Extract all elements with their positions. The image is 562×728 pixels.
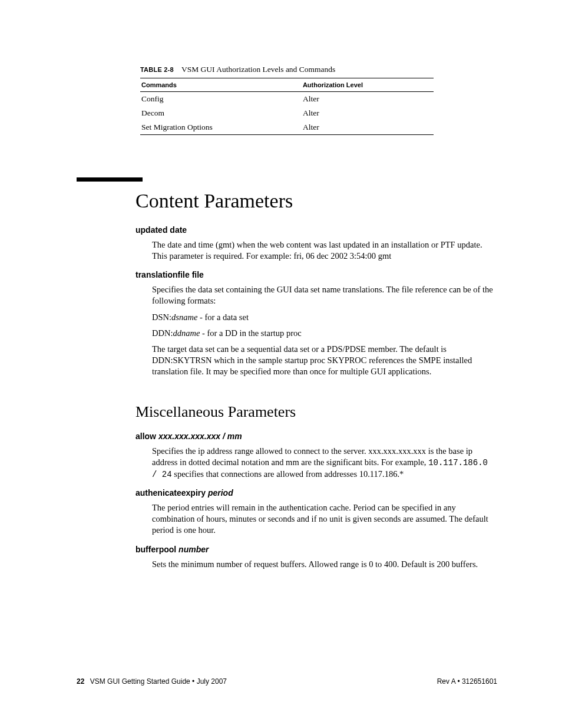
page: TABLE 2-8 VSM GUI Authorization Levels a… xyxy=(0,0,562,728)
para: Specifies the data set containing the GU… xyxy=(152,284,497,307)
para: Sets the minimum number of request buffe… xyxy=(152,559,497,570)
term-allow: allow xxx.xxx.xxx.xxx / mm xyxy=(135,431,497,441)
term-updated-date: updated date xyxy=(135,225,497,235)
cell: Alter xyxy=(302,106,434,120)
cell: Alter xyxy=(302,92,434,107)
table-row: Decom Alter xyxy=(140,106,434,120)
term-prefix: allow xyxy=(135,431,158,441)
para: The target data set can be a sequential … xyxy=(152,344,497,377)
t: - for a data set xyxy=(197,312,249,322)
cell: Alter xyxy=(302,120,434,135)
t: Specifies the ip address range allowed t… xyxy=(152,446,472,467)
t: specifies that connections are allowed f… xyxy=(172,469,404,479)
term-text: translationfile file xyxy=(135,270,204,279)
term-translationfile: translationfile file xyxy=(135,270,497,279)
t: DDN: xyxy=(152,328,173,338)
var: dsname xyxy=(171,312,197,322)
para: The date and time (gmt) when the web con… xyxy=(152,239,497,262)
para: Specifies the ip address range allowed t… xyxy=(152,446,497,480)
cell: Decom xyxy=(140,106,302,120)
para: The period entries will remain in the au… xyxy=(152,502,497,536)
heading-content-parameters: Content Parameters xyxy=(135,190,497,212)
auth-table: Commands Authorization Level Config Alte… xyxy=(140,78,434,135)
table-label: TABLE 2-8 xyxy=(140,66,174,73)
para: DDN:ddname - for a DD in the startup pro… xyxy=(152,328,497,339)
t: - for a DD in the startup proc xyxy=(200,328,301,338)
table-row: Set Migration Options Alter xyxy=(140,120,434,135)
term-prefix: bufferpool xyxy=(135,545,178,554)
term-var: number xyxy=(178,545,209,554)
term-bufferpool: bufferpool number xyxy=(135,545,497,554)
section-rule xyxy=(77,177,143,182)
th-commands: Commands xyxy=(140,78,302,92)
cell: Config xyxy=(140,92,302,107)
cell: Set Migration Options xyxy=(140,120,302,135)
heading-misc-parameters: Miscellaneous Parameters xyxy=(135,403,497,421)
th-auth: Authorization Level xyxy=(302,78,434,92)
term-prefix: authenicateexpiry xyxy=(135,488,208,498)
footer-left-text: VSM GUI Getting Started Guide • July 200… xyxy=(90,677,227,686)
table-row: Config Alter xyxy=(140,92,434,107)
term-text: updated date xyxy=(135,225,187,235)
page-number: 22 xyxy=(77,677,84,686)
footer: 22 VSM GUI Getting Started Guide • July … xyxy=(77,677,497,686)
t: DSN: xyxy=(152,312,171,322)
term-authexpiry: authenicateexpiry period xyxy=(135,488,497,498)
footer-right: Rev A • 312651601 xyxy=(437,677,497,686)
term-var: xxx.xxx.xxx.xxx / mm xyxy=(158,431,242,441)
table-caption: TABLE 2-8 VSM GUI Authorization Levels a… xyxy=(140,65,497,74)
table-title: VSM GUI Authorization Levels and Command… xyxy=(181,65,335,74)
para: DSN:dsname - for a data set xyxy=(152,312,497,323)
footer-left: 22 VSM GUI Getting Started Guide • July … xyxy=(77,677,227,686)
term-var: period xyxy=(208,488,233,498)
var: ddname xyxy=(173,328,200,338)
